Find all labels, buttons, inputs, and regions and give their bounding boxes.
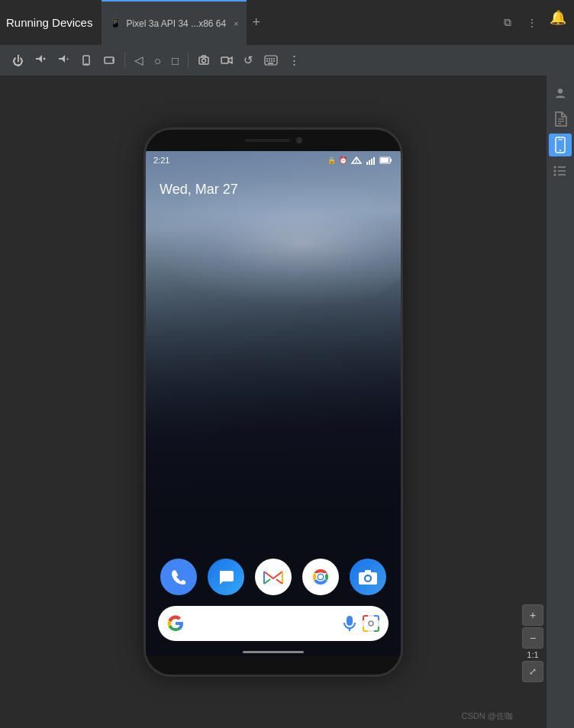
home-btn[interactable]: ○: [150, 51, 166, 70]
cell-signal-icon: [366, 156, 376, 165]
phone-app-icon[interactable]: [160, 559, 197, 595]
phone-speaker: [244, 139, 290, 142]
keyboard-btn[interactable]: [260, 52, 282, 69]
svg-rect-7: [105, 57, 114, 63]
battery-icon: [379, 156, 393, 165]
svg-rect-11: [221, 57, 228, 63]
zoom-controls: + − 1:1 ⤢: [522, 604, 543, 682]
phone-device[interactable]: 2:21 🔒 ⏰: [144, 127, 403, 677]
device-tab[interactable]: 📱 Pixel 3a API 34 ...x86 64 ×: [102, 0, 246, 45]
svg-point-50: [554, 166, 556, 169]
file-svg: [553, 111, 567, 127]
messages-app-icon[interactable]: [208, 559, 244, 595]
svg-point-39: [366, 576, 370, 581]
status-bar: 2:21 🔒 ⏰: [146, 151, 401, 169]
overview-btn[interactable]: □: [167, 51, 183, 70]
watermark-text: CSDN @佐咖: [462, 710, 513, 722]
title-text: Running Devices: [6, 16, 92, 29]
notification-bell-icon[interactable]: 🔔: [550, 10, 566, 25]
phone-chin: [146, 656, 401, 675]
volume-down-btn[interactable]: [30, 51, 51, 69]
svg-point-42: [369, 621, 373, 626]
zoom-ratio-label: 1:1: [527, 650, 538, 659]
svg-point-36: [318, 575, 323, 579]
svg-point-49: [559, 150, 561, 151]
phone-notch-bar: [146, 130, 401, 151]
phone-screen[interactable]: 2:21 🔒 ⏰: [146, 151, 401, 656]
svg-point-54: [554, 174, 556, 176]
power-btn[interactable]: ⏻: [8, 51, 28, 70]
gmail-app-icon[interactable]: [255, 559, 292, 595]
camera-svg-icon: [358, 569, 378, 585]
svg-rect-40: [365, 570, 371, 573]
back-btn[interactable]: ◁: [130, 50, 148, 70]
svg-text:+: +: [66, 56, 69, 63]
title-bar: Running Devices 📱 Pixel 3a API 34 ...x86…: [0, 0, 574, 45]
rotate-portrait-btn[interactable]: [76, 51, 97, 69]
svg-marker-0: [36, 55, 42, 63]
device-panel: 2:21 🔒 ⏰: [0, 76, 547, 728]
google-g-logo: [167, 615, 184, 632]
sidebar-avatar-icon[interactable]: [549, 82, 572, 105]
home-icons-row: [146, 559, 401, 595]
signal-icon: [350, 156, 363, 165]
svg-rect-5: [83, 56, 89, 65]
sidebar-device-icon[interactable]: [549, 134, 572, 156]
rotate-landscape-btn[interactable]: [98, 51, 120, 69]
list-svg: [553, 165, 567, 177]
record-btn[interactable]: [216, 51, 237, 69]
google-mic-icon[interactable]: [343, 615, 356, 632]
more-options-btn[interactable]: ⋮: [284, 50, 305, 70]
google-search-bar[interactable]: [158, 606, 389, 641]
alarm-status-icon: ⏰: [339, 156, 347, 164]
main-area: 2:21 🔒 ⏰: [0, 76, 574, 728]
right-sidebar: [547, 76, 574, 728]
phone-date: Wed, Mar 27: [160, 182, 238, 198]
window-btn[interactable]: ⧉: [499, 14, 516, 31]
svg-marker-3: [59, 55, 65, 63]
chrome-app-icon[interactable]: [302, 559, 339, 595]
tab-device-icon: 📱: [109, 18, 121, 29]
svg-rect-29: [381, 158, 389, 163]
lock-status-icon: 🔒: [327, 156, 336, 164]
phone-svg-icon: [169, 567, 189, 587]
toolbar: ⏻ + ◁ ○ □ ↺ ⋮: [0, 45, 574, 76]
avatar-svg: [553, 85, 567, 101]
google-lens-icon[interactable]: [363, 615, 379, 632]
svg-rect-24: [366, 162, 368, 165]
sidebar-file-icon[interactable]: [549, 108, 572, 130]
svg-point-10: [202, 59, 206, 63]
screenshot-btn[interactable]: [193, 51, 214, 69]
tab-area: 📱 Pixel 3a API 34 ...x86 64 × +: [102, 0, 499, 45]
phone-camera: [296, 137, 302, 143]
svg-point-43: [558, 89, 563, 93]
svg-rect-30: [390, 159, 392, 162]
status-time: 2:21: [153, 156, 169, 165]
svg-rect-41: [363, 616, 379, 631]
tab-close-btn[interactable]: ×: [234, 19, 238, 28]
zoom-in-btn[interactable]: +: [522, 604, 543, 626]
resize-btn[interactable]: ⤢: [522, 661, 543, 682]
tab-label: Pixel 3a API 34 ...x86 64: [126, 18, 226, 29]
reset-btn[interactable]: ↺: [239, 50, 258, 70]
menu-btn[interactable]: ⋮: [522, 15, 542, 31]
camera-app-icon[interactable]: [350, 559, 386, 595]
svg-rect-27: [373, 157, 375, 165]
svg-rect-25: [369, 160, 370, 165]
toolbar-separator-1: [124, 53, 125, 68]
add-tab-btn[interactable]: +: [247, 14, 267, 31]
volume-up-btn[interactable]: +: [53, 51, 74, 69]
chrome-svg-icon: [310, 566, 331, 588]
home-indicator: [243, 651, 304, 653]
toolbar-separator-2: [188, 53, 189, 68]
zoom-out-btn[interactable]: −: [522, 627, 543, 649]
messages-svg-icon: [216, 567, 236, 587]
status-icons: 🔒 ⏰: [327, 156, 393, 165]
sidebar-list-icon[interactable]: [549, 159, 572, 182]
svg-rect-26: [371, 159, 372, 165]
svg-point-52: [554, 170, 556, 172]
gmail-svg-icon: [263, 569, 284, 585]
phone-wrapper: 2:21 🔒 ⏰: [144, 76, 403, 728]
device-svg: [554, 137, 566, 153]
